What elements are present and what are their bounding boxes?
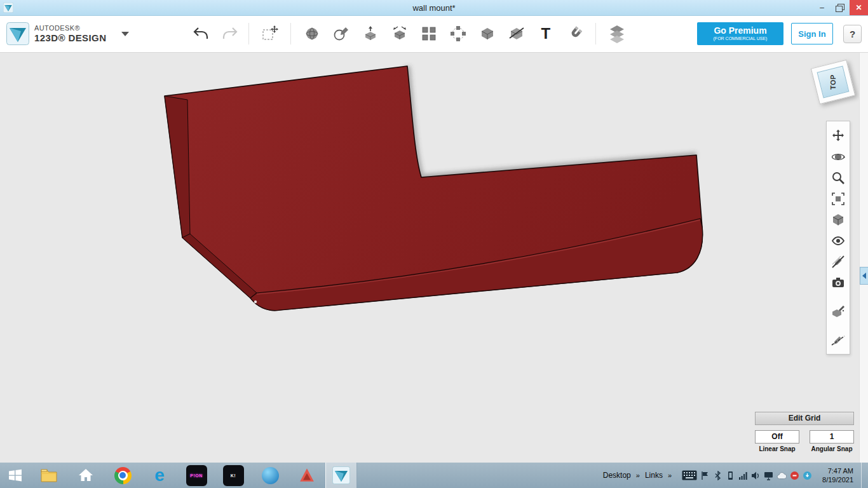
file-explorer-button[interactable] [31,463,67,488]
pion-app-button[interactable]: P!ON [178,463,215,488]
cloud-icon[interactable] [776,471,787,480]
bluetooth-icon[interactable] [713,471,722,480]
go-premium-button[interactable]: Go Premium (FOR COMMERCIAL USE) [697,22,783,45]
angular-snap-label: Angular Snap [810,445,854,452]
go-premium-sub: (FOR COMMERCIAL USE) [697,36,783,41]
go-premium-label: Go Premium [697,26,783,36]
123d-logo-icon [332,466,350,484]
kreativ-app-icon: K! [223,465,244,486]
help-button[interactable]: ? [843,25,862,43]
home-app-button[interactable] [67,463,104,488]
links-toolbar-label[interactable]: Links [645,471,663,480]
hide-construction-icon[interactable] [829,329,848,350]
sketch-tool-icon[interactable] [330,23,351,44]
transform-tool-icon[interactable] [259,23,280,44]
desktop-chevron[interactable]: » [636,471,640,479]
update-tray-icon[interactable] [803,471,812,480]
primitives-tool-icon[interactable] [301,23,322,44]
pion-app-icon: P!ON [186,465,207,486]
signal-icon[interactable] [738,471,748,480]
undo-icon[interactable] [193,27,209,41]
browser-ball-button[interactable] [252,463,288,488]
123d-design-taskbar-button[interactable] [325,463,357,488]
red-app-button[interactable] [288,463,325,488]
show-desktop-button[interactable] [861,463,865,488]
linear-snap-value[interactable]: Off [755,430,799,444]
model-left-face[interactable] [165,96,190,238]
view-cube-label: TOP [829,74,837,90]
brand-product: 123D® DESIGN [34,32,106,43]
view-toolbar [826,121,850,355]
main-toolbar: AUTODESK® 123D® DESIGN [0,15,868,53]
app-logo: AUTODESK® 123D® DESIGN [6,22,106,45]
right-edge-strip [859,52,868,463]
shading-mode-icon[interactable] [829,209,848,230]
red-app-icon [299,467,315,484]
clock-time: 7:47 AM [822,466,853,475]
angular-snap-value[interactable]: 1 [810,430,854,444]
visibility-icon[interactable] [829,230,848,251]
snap-magnet-tool-icon[interactable] [564,23,585,44]
show-solids-icon[interactable] [829,301,848,322]
screenshot-icon[interactable] [829,272,848,293]
flag-icon[interactable] [700,471,710,480]
zoom-icon[interactable] [829,167,848,188]
hide-sketches-icon[interactable] [829,251,848,272]
minimize-button[interactable]: – [813,0,831,15]
toolbar-separator [290,23,291,44]
edge-panel-tab[interactable] [860,267,868,285]
security-alert-icon[interactable] [790,471,799,480]
linear-snap-label: Linear Snap [755,445,799,452]
view-cube-top-face[interactable]: TOP [817,66,850,98]
edit-grid-panel: Edit Grid Off 1 Linear Snap Angular Snap [755,412,854,452]
windows-logo-icon [8,468,23,483]
edit-grid-button[interactable]: Edit Grid [755,412,854,425]
display-icon[interactable] [764,471,773,480]
sign-in-button[interactable]: Sign In [791,23,833,44]
blue-globe-icon [262,467,279,484]
smart-scale-tool-icon[interactable] [389,23,410,44]
clock-date: 8/19/2021 [822,475,853,484]
kreativ-app-button[interactable]: K! [215,463,252,488]
windows-taskbar: e P!ON K! Desktop » Links » [0,463,868,488]
window-title: wall mount* [0,3,868,13]
volume-icon[interactable] [751,471,761,480]
restore-button[interactable] [831,0,850,15]
123d-logo-icon [6,22,29,45]
edge-icon: e [154,466,165,484]
folder-icon [40,468,58,483]
title-bar: wall mount* – ✕ [0,0,868,16]
3d-viewport[interactable]: TOP [0,52,868,463]
taskbar-clock[interactable]: 7:47 AM 8/19/2021 [822,466,853,484]
menu-chevron-icon[interactable] [121,32,129,36]
toolbar-separator [248,23,249,44]
left-arrow-icon [862,273,866,279]
text-tool-icon[interactable]: T [535,23,556,44]
orbit-icon[interactable] [829,146,848,167]
material-tool-icon[interactable] [606,23,627,44]
model-layer[interactable] [0,52,868,463]
touch-keyboard-icon[interactable] [682,470,697,480]
fit-view-icon[interactable] [829,188,848,209]
start-button[interactable] [0,463,31,488]
brand-autodesk: AUTODESK® [34,24,106,32]
circular-pattern-tool-icon[interactable] [447,23,468,44]
modeling-tools: T [301,23,585,44]
toolbar-separator [595,23,596,44]
split-solid-tool-icon[interactable] [506,23,527,44]
links-chevron[interactable]: » [668,471,672,479]
edge-button[interactable]: e [141,463,178,488]
pan-icon[interactable] [829,125,848,146]
extrude-tool-icon[interactable] [360,23,381,44]
redo-icon[interactable] [222,27,238,41]
desktop-toolbar-label[interactable]: Desktop [603,471,631,480]
chrome-icon [114,467,132,484]
model-vertex-dot [254,301,257,303]
house-icon [78,468,94,483]
chrome-button[interactable] [104,463,141,488]
rectangular-pattern-tool-icon[interactable] [418,23,439,44]
close-button[interactable]: ✕ [850,0,868,15]
combine-tool-icon[interactable] [477,23,498,44]
phone-icon[interactable] [726,471,735,480]
restore-icon [837,4,844,10]
